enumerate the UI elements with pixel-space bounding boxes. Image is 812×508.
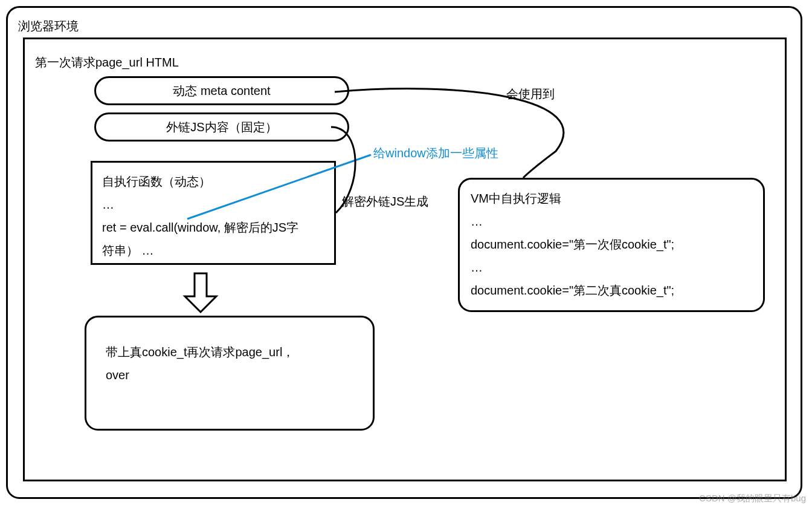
final-line-1: 带上真cookie_t再次请求page_url， bbox=[106, 340, 353, 363]
vm-line-4: … bbox=[471, 256, 752, 279]
exec-line-4: 符串） … bbox=[102, 239, 324, 262]
label-will-use: 会使用到 bbox=[506, 86, 555, 102]
exec-line-2: … bbox=[102, 193, 324, 216]
outer-environment-title: 浏览器环境 bbox=[18, 18, 79, 34]
external-js-pill: 外链JS内容（固定） bbox=[94, 112, 349, 142]
vm-line-5: document.cookie="第二次真cookie_t"; bbox=[471, 279, 752, 302]
vm-line-3: document.cookie="第一次假cookie_t"; bbox=[471, 233, 752, 256]
self-exec-function-box: 自执行函数（动态） … ret = eval.call(window, 解密后的… bbox=[91, 161, 336, 265]
exec-line-1: 自执行函数（动态） bbox=[102, 170, 324, 193]
label-window-props: 给window添加一些属性 bbox=[373, 145, 498, 161]
exec-line-3: ret = eval.call(window, 解密后的JS字 bbox=[102, 216, 324, 239]
vm-logic-box: VM中自执行逻辑 … document.cookie="第一次假cookie_t… bbox=[458, 178, 765, 312]
meta-content-pill: 动态 meta content bbox=[94, 76, 349, 105]
final-line-2: over bbox=[106, 363, 353, 386]
watermark: CSDN @我的眼里只有bug bbox=[699, 493, 806, 504]
label-decrypt-generate: 解密外链JS生成 bbox=[342, 194, 428, 210]
final-request-box: 带上真cookie_t再次请求page_url， over bbox=[85, 316, 375, 431]
vm-line-2: … bbox=[471, 210, 752, 233]
vm-line-1: VM中自执行逻辑 bbox=[471, 187, 752, 210]
first-request-title: 第一次请求page_url HTML bbox=[35, 54, 179, 71]
